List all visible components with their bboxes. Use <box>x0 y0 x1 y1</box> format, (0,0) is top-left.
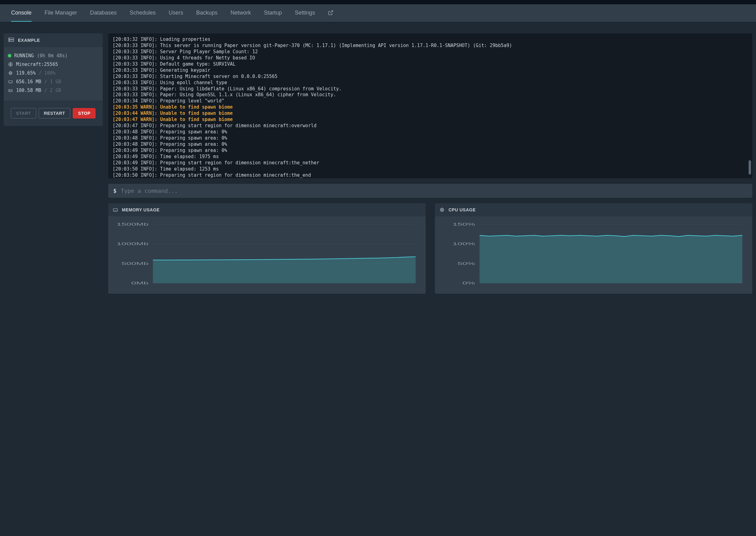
disk-limit: / 2 GB <box>44 87 61 93</box>
svg-text:1500Mb: 1500Mb <box>117 222 148 226</box>
console-line: [20:03:33 INFO]: Starting Minecraft serv… <box>112 74 748 80</box>
console-output[interactable]: [20:03:32 INFO]: Loading properties[20:0… <box>108 33 752 178</box>
disk-row: 100.58 MB / 2 GB <box>8 86 98 95</box>
console-line: [20:03:34 INFO]: Preparing level "world" <box>112 98 748 104</box>
restart-button[interactable]: RESTART <box>39 108 71 118</box>
console-line: [20:03:33 INFO]: This server is running … <box>112 43 748 49</box>
tab-file-manager[interactable]: File Manager <box>45 4 77 22</box>
command-input[interactable] <box>121 187 747 194</box>
uptime: (0h 0m 48s) <box>37 53 67 58</box>
charts-row: MEMORY USAGE 0Mb500Mb1000Mb1500Mb CPU US… <box>108 203 752 294</box>
console-line: [20:03:48 INFO]: Preparing spawn area: 0… <box>112 142 748 148</box>
tab-network[interactable]: Network <box>231 4 251 22</box>
memory-value: 656.16 MB <box>16 79 41 84</box>
console-line: [20:03:33 INFO]: Server Ping Player Samp… <box>112 49 748 55</box>
svg-rect-7 <box>10 72 11 74</box>
main-column: [20:03:32 INFO]: Loading properties[20:0… <box>108 33 752 294</box>
cpu-chart: 0%50%100%150% <box>437 222 747 287</box>
svg-rect-6 <box>9 72 12 74</box>
server-card-header: EXAMPLE <box>4 33 103 47</box>
console-line: [20:03:32 INFO]: Loading properties <box>112 37 748 43</box>
tab-users[interactable]: Users <box>169 4 183 22</box>
memory-limit: / 1 GB <box>44 79 61 84</box>
microchip-icon <box>439 207 445 213</box>
console-line: [20:03:33 INFO]: Generating keypair <box>112 67 748 74</box>
memory-chart: 0Mb500Mb1000Mb1500Mb <box>110 222 420 287</box>
server-stats: RUNNING (0h 0m 48s) Minecraft:25565 119.… <box>4 47 103 99</box>
microchip-icon <box>8 71 13 76</box>
start-button[interactable]: START <box>11 108 36 118</box>
stop-button[interactable]: STOP <box>73 108 96 118</box>
scrollbar-thumb[interactable] <box>748 160 751 175</box>
tab-label: Schedules <box>130 10 156 16</box>
chart-title: MEMORY USAGE <box>122 207 160 212</box>
tab-label: Users <box>169 10 183 16</box>
server-info-card: EXAMPLE RUNNING (0h 0m 48s) Minecraft:25… <box>4 33 103 126</box>
svg-rect-20 <box>113 209 117 211</box>
server-name: EXAMPLE <box>18 38 40 43</box>
svg-text:0Mb: 0Mb <box>131 281 148 285</box>
console-line: [20:03:44 WARN]: Unable to find spawn bi… <box>112 111 748 117</box>
memory-chart-card: MEMORY USAGE 0Mb500Mb1000Mb1500Mb <box>108 203 425 294</box>
console-line: [20:03:50 INFO]: Time elapsed: 1253 ms <box>112 166 748 172</box>
console-line: [20:03:49 INFO]: Time elapsed: 1975 ms <box>112 154 748 160</box>
cpu-chart-header: CPU USAGE <box>435 203 752 216</box>
tab-label: Network <box>231 10 251 16</box>
tab-label: Console <box>11 10 32 16</box>
tab-label: Databases <box>90 10 117 16</box>
console-line: [20:03:33 INFO]: Paper: Using libdeflate… <box>112 86 748 92</box>
hdd-icon <box>8 88 13 93</box>
svg-text:1000Mb: 1000Mb <box>117 242 148 246</box>
tab-label: File Manager <box>45 10 77 16</box>
console-line: [20:03:49 INFO]: Preparing start region … <box>112 160 748 166</box>
console-line: [20:03:33 INFO]: Paper: Using OpenSSL 1.… <box>112 92 748 98</box>
globe-icon <box>8 62 13 67</box>
tab-label: Startup <box>264 10 282 16</box>
server-sidebar: EXAMPLE RUNNING (0h 0m 48s) Minecraft:25… <box>4 33 103 294</box>
memory-chart-header: MEMORY USAGE <box>108 203 425 216</box>
external-link-icon <box>328 10 333 16</box>
server-icon <box>8 37 14 43</box>
cpu-limit: / 100% <box>39 70 55 76</box>
svg-point-4 <box>10 41 10 41</box>
cpu-chart-body: 0%50%100%150% <box>435 216 752 294</box>
tab-backups[interactable]: Backups <box>196 4 217 22</box>
console-line: [20:03:47 WARN]: Unable to find spawn bi… <box>112 117 748 123</box>
status-row: RUNNING (0h 0m 48s) <box>8 51 98 60</box>
address-value: Minecraft:25565 <box>16 62 58 67</box>
console-line: [20:03:33 INFO]: Using epoll channel typ… <box>112 80 748 86</box>
svg-text:100%: 100% <box>453 242 475 246</box>
status-indicator-dot <box>8 54 11 57</box>
tab-startup[interactable]: Startup <box>264 4 282 22</box>
window-top-bar <box>0 0 756 4</box>
tab-label: Settings <box>295 10 315 16</box>
power-controls: START RESTART STOP <box>4 101 103 126</box>
svg-rect-12 <box>9 81 13 83</box>
svg-line-0 <box>331 11 333 13</box>
command-input-bar: $ <box>108 184 752 198</box>
console-line: [20:03:35 WARN]: Unable to find spawn bi… <box>112 104 748 111</box>
status-label: RUNNING <box>14 53 34 58</box>
disk-value: 100.58 MB <box>16 87 41 93</box>
svg-point-3 <box>10 39 10 39</box>
console-line: [20:03:33 INFO]: Default game type: SURV… <box>112 61 748 67</box>
console-line: [20:03:33 INFO]: Using 4 threads for Net… <box>112 55 748 61</box>
tab-console[interactable]: Console <box>11 4 32 22</box>
console-line: [20:03:47 INFO]: Preparing start region … <box>112 123 748 129</box>
memory-icon <box>8 79 13 84</box>
prompt-symbol: $ <box>113 187 117 194</box>
tab-label: Backups <box>196 10 217 16</box>
memory-chart-body: 0Mb500Mb1000Mb1500Mb <box>108 216 425 294</box>
chart-title: CPU USAGE <box>449 207 476 212</box>
tab-settings[interactable]: Settings <box>295 4 315 22</box>
svg-text:500Mb: 500Mb <box>122 261 148 266</box>
tab-schedules[interactable]: Schedules <box>130 4 156 22</box>
svg-rect-34 <box>441 209 443 211</box>
cpu-row: 119.65% / 100% <box>8 69 98 77</box>
tab-databases[interactable]: Databases <box>90 4 117 22</box>
cpu-chart-card: CPU USAGE 0%50%100%150% <box>435 203 752 294</box>
external-link-button[interactable] <box>328 4 333 22</box>
console-line: [20:03:48 INFO]: Preparing spawn area: 0… <box>112 129 748 135</box>
svg-text:150%: 150% <box>453 222 475 226</box>
console-line: [20:03:50 INFO]: Preparing start region … <box>112 172 748 178</box>
